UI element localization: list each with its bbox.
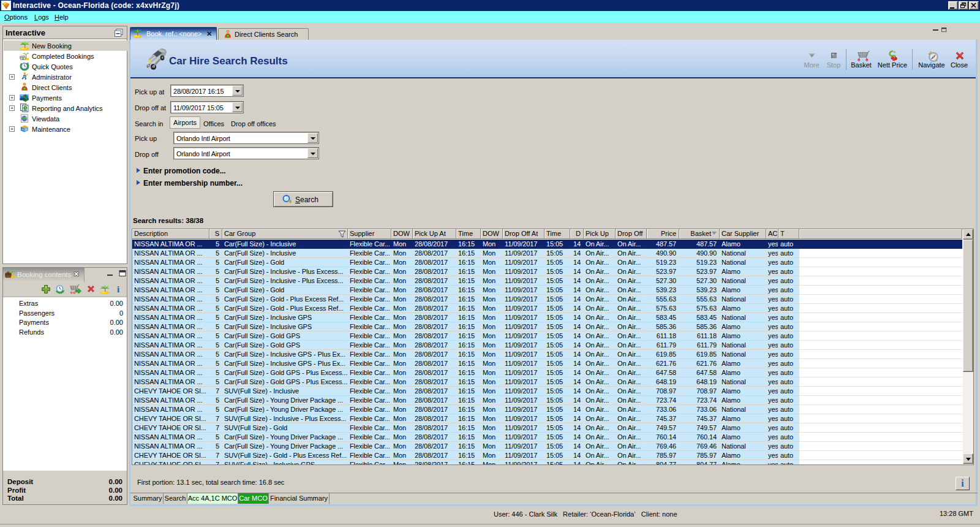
svg-text:$: $ — [23, 93, 28, 102]
